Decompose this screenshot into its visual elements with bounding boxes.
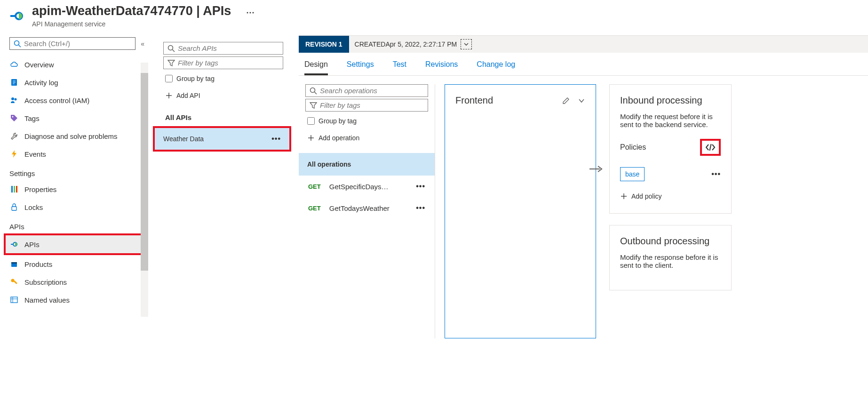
nav-access-control[interactable]: Access control (IAM)	[6, 91, 143, 109]
ops-group-by-checkbox[interactable]	[307, 117, 315, 125]
add-policy-button[interactable]: Add policy	[620, 190, 721, 203]
revision-bar: REVISION 1 CREATED Apr 5, 2022, 2:27:17 …	[299, 36, 868, 53]
operations-panel: Group by tag Add operation All operation…	[299, 84, 435, 338]
nav-apis[interactable]: APIs	[4, 233, 144, 255]
nav-activity-log[interactable]: Activity log	[6, 73, 143, 91]
revision-badge[interactable]: REVISION 1	[299, 36, 349, 53]
frontend-title: Frontend	[455, 95, 493, 106]
nav-section-apis: APIs	[6, 216, 143, 233]
operation-row[interactable]: GET GetTodaysWeather •••	[305, 197, 428, 219]
revision-dropdown-icon[interactable]	[461, 39, 472, 49]
nav-collapse-icon[interactable]: «	[141, 40, 144, 48]
svg-rect-19	[11, 297, 17, 303]
nav-label: Activity log	[24, 79, 58, 87]
tab-revisions[interactable]: Revisions	[425, 60, 458, 75]
ops-search[interactable]	[305, 84, 428, 97]
policies-label: Policies	[620, 143, 646, 152]
nav-locks[interactable]: Locks	[6, 198, 143, 216]
nav-diagnose[interactable]: Diagnose and solve problems	[6, 127, 143, 145]
plus-icon	[165, 92, 173, 99]
add-operation-button[interactable]: Add operation	[305, 128, 428, 147]
processing-panel: Inbound processing Modify the request be…	[600, 84, 732, 338]
api-more-icon[interactable]: •••	[271, 135, 281, 143]
op-method: GET	[308, 205, 321, 212]
nav-named-values[interactable]: Named values	[6, 291, 143, 309]
nav-products[interactable]: Products	[6, 255, 143, 273]
wrench-icon	[9, 131, 19, 141]
frontend-box[interactable]: Frontend	[445, 84, 596, 338]
people-icon	[9, 96, 19, 105]
service-icon	[8, 7, 26, 25]
nav-label: Tags	[24, 114, 40, 122]
tab-test[interactable]: Test	[393, 60, 406, 75]
svg-point-26	[311, 88, 315, 92]
filter-icon	[310, 102, 317, 109]
base-more-icon[interactable]: •••	[711, 170, 721, 178]
nav-label: APIs	[24, 241, 40, 249]
ops-group-by-label: Group by tag	[319, 117, 357, 125]
api-filter-input[interactable]	[178, 59, 279, 67]
api-filter[interactable]	[163, 56, 283, 69]
frontend-panel: Frontend	[435, 84, 600, 338]
nav-tags[interactable]: Tags	[6, 109, 143, 127]
ops-search-input[interactable]	[320, 87, 424, 95]
add-api-button[interactable]: Add API	[163, 86, 293, 105]
search-icon	[167, 45, 175, 52]
outbound-desc: Modify the response before it is sent to…	[620, 253, 721, 269]
op-name: GetTodaysWeather	[329, 204, 416, 212]
nav-label: Properties	[24, 185, 56, 193]
group-by-label: Group by tag	[176, 75, 215, 82]
ops-filter-input[interactable]	[320, 101, 424, 109]
ops-group-by[interactable]: Group by tag	[305, 113, 428, 128]
api-group-by[interactable]: Group by tag	[163, 71, 293, 86]
tab-design[interactable]: Design	[304, 60, 328, 75]
edit-icon[interactable]	[562, 96, 570, 105]
svg-line-23	[173, 49, 175, 52]
left-navigation: « ▲ Overview Activity log Access control…	[0, 35, 148, 338]
scrollbar-thumb[interactable]	[141, 73, 148, 271]
api-search-input[interactable]	[178, 44, 279, 52]
created-label[interactable]: CREATED Apr 5, 2022, 2:27:17 PM	[349, 39, 478, 49]
lock-icon	[9, 202, 19, 212]
nav-properties[interactable]: Properties	[6, 180, 143, 198]
page-header: apim-WeatherData7474770 | APIs ⋯ API Man…	[0, 0, 868, 35]
svg-point-22	[168, 45, 173, 50]
chevron-down-icon[interactable]	[578, 97, 585, 104]
api-row-weather-data[interactable]: Weather Data •••	[153, 126, 291, 152]
nav-label: Locks	[24, 203, 43, 211]
api-search[interactable]	[163, 42, 283, 55]
plus-icon	[620, 192, 628, 200]
tag-icon	[9, 113, 19, 123]
tab-settings[interactable]: Settings	[347, 60, 374, 75]
key-icon	[9, 277, 19, 287]
svg-rect-12	[16, 186, 17, 192]
outbound-processing-box: Outbound processing Modify the response …	[609, 225, 732, 290]
add-operation-label: Add operation	[319, 134, 359, 142]
base-policy-tag[interactable]: base	[620, 167, 645, 181]
op-more-icon[interactable]: •••	[416, 204, 425, 212]
op-more-icon[interactable]: •••	[416, 182, 425, 191]
nav-subscriptions[interactable]: Subscriptions	[6, 273, 143, 291]
api-icon	[9, 240, 19, 249]
svg-point-8	[15, 98, 17, 101]
add-policy-label: Add policy	[631, 192, 662, 200]
api-list-panel: Group by tag Add API All APIs Weather Da…	[148, 35, 299, 338]
inbound-desc: Modify the request before it is sent to …	[620, 112, 721, 128]
svg-rect-11	[14, 186, 15, 192]
outbound-title: Outbound processing	[620, 236, 721, 247]
tab-change-log[interactable]: Change log	[477, 60, 515, 75]
all-operations-row[interactable]: All operations	[299, 153, 435, 176]
all-apis-heading[interactable]: All APIs	[163, 105, 293, 126]
operation-row[interactable]: GET GetSpecificDays… •••	[305, 176, 428, 197]
nav-search-input[interactable]	[24, 40, 131, 48]
nav-events[interactable]: Events	[6, 145, 143, 163]
ops-filter[interactable]	[305, 99, 428, 112]
nav-search[interactable]	[9, 37, 135, 50]
svg-rect-10	[11, 186, 13, 192]
svg-rect-16	[11, 262, 17, 264]
nav-overview[interactable]: Overview	[6, 56, 143, 73]
group-by-checkbox[interactable]	[165, 75, 173, 82]
nav-label: Products	[24, 260, 52, 268]
policies-code-button[interactable]	[700, 139, 721, 156]
header-more-icon[interactable]: ⋯	[246, 8, 255, 17]
